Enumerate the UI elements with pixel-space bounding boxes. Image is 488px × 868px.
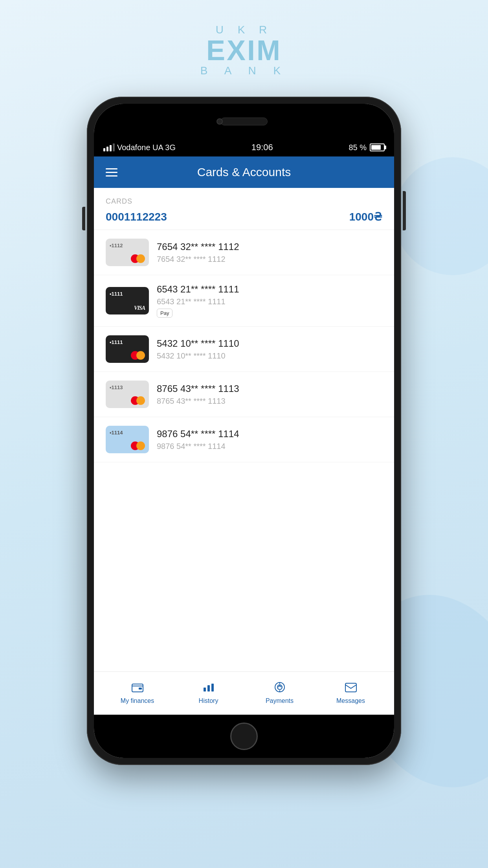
card-chip-3: •1111: [110, 339, 145, 345]
carrier-label: Vodafone UA 3G: [117, 143, 176, 152]
card-item-4[interactable]: •1113 8765 43** **** 1113 8765 43** ****…: [94, 372, 394, 417]
card-chip-1: •1112: [110, 243, 145, 248]
svg-rect-1: [139, 688, 142, 690]
card-info-1: 7654 32** **** 1112 7654 32** **** 1112: [157, 241, 382, 264]
bank-logo: U K R EXIM B A N K: [200, 24, 288, 77]
card-info-2: 6543 21** **** 1111 6543 21** **** 1111 …: [157, 284, 382, 318]
logo-exim: EXIM: [206, 36, 282, 64]
card-item-5[interactable]: •1114 9876 54** **** 1114 9876 54** ****…: [94, 417, 394, 462]
card-number-sub-3: 5432 10** **** 1110: [157, 351, 382, 360]
card-item-2[interactable]: •1111 VISA 6543 21** **** 1111 6543 21**…: [94, 275, 394, 327]
card-chip-5: •1114: [110, 430, 145, 436]
svg-rect-9: [345, 683, 356, 692]
app-header: Cards & Accounts: [94, 156, 394, 188]
card-number-main-3: 5432 10** **** 1110: [157, 338, 382, 349]
mastercard-logo-5: [131, 441, 145, 450]
transfer-icon: [273, 682, 286, 695]
bar-chart-icon: [203, 682, 215, 695]
status-right: 85 %: [349, 143, 385, 152]
nav-label-messages: Messages: [336, 697, 365, 704]
card-chip-2: •1111: [110, 291, 145, 297]
card-chip-4: •1113: [110, 384, 145, 390]
nav-item-messages[interactable]: Messages: [315, 682, 386, 704]
apple-pay-badge-2: Pay: [157, 309, 172, 318]
status-bar: Vodafone UA 3G 19:06 85 %: [94, 139, 394, 156]
camera-icon: [216, 118, 223, 125]
card-visual-5: •1114: [106, 426, 149, 453]
phone-frame: Vodafone UA 3G 19:06 85 %: [87, 97, 401, 765]
card-visual-4: •1113: [106, 381, 149, 408]
mastercard-logo-4: [131, 396, 145, 405]
page-title: Cards & Accounts: [197, 166, 291, 179]
card-info-5: 9876 54** **** 1114 9876 54** **** 1114: [157, 428, 382, 451]
nav-item-payments[interactable]: Payments: [244, 682, 315, 704]
card-item-3[interactable]: •1111 5432 10** **** 1110 5432 10** ****…: [94, 327, 394, 372]
card-number-main-4: 8765 43** **** 1113: [157, 383, 382, 394]
card-info-3: 5432 10** **** 1110 5432 10** **** 1110: [157, 338, 382, 360]
account-row[interactable]: 0001112223 1000₴: [94, 210, 394, 230]
phone-bottom-bar: [94, 715, 394, 758]
battery-icon: [370, 143, 385, 151]
card-number-sub-4: 8765 43** **** 1113: [157, 397, 382, 406]
card-number-main-5: 9876 54** **** 1114: [157, 428, 382, 440]
home-button[interactable]: [230, 723, 258, 750]
card-visual-3: •1111: [106, 335, 149, 363]
bottom-nav: My finances History: [94, 671, 394, 715]
nav-label-history: History: [199, 697, 218, 704]
nav-item-history[interactable]: History: [173, 682, 244, 704]
nav-label-my-finances: My finances: [121, 697, 154, 704]
card-number-main-1: 7654 32** **** 1112: [157, 241, 382, 252]
svg-rect-2: [204, 688, 206, 691]
wallet-icon: [132, 682, 143, 695]
card-info-4: 8765 43** **** 1113 8765 43** **** 1113: [157, 383, 382, 406]
card-number-sub-2: 6543 21** **** 1111: [157, 297, 382, 306]
cards-section-label: CARDS: [94, 188, 394, 210]
card-item-1[interactable]: •1112 7654 32** **** 1112 7654 32** ****…: [94, 230, 394, 275]
phone-screen: Vodafone UA 3G 19:06 85 %: [94, 104, 394, 758]
battery-percent: 85 %: [349, 143, 367, 152]
svg-rect-3: [207, 685, 210, 691]
svg-rect-4: [211, 684, 214, 691]
card-visual-1: •1112: [106, 239, 149, 266]
envelope-icon: [345, 682, 357, 695]
speaker: [220, 118, 268, 125]
account-number: 0001112223: [106, 211, 167, 223]
card-number-main-2: 6543 21** **** 1111: [157, 284, 382, 295]
mastercard-logo-3: [131, 351, 145, 360]
nav-item-my-finances[interactable]: My finances: [102, 682, 173, 704]
card-number-sub-5: 9876 54** **** 1114: [157, 442, 382, 451]
visa-logo-2: VISA: [134, 305, 145, 311]
time-label: 19:06: [251, 142, 273, 153]
main-content: CARDS 0001112223 1000₴ •1112: [94, 188, 394, 671]
logo-bank: B A N K: [200, 64, 288, 77]
account-balance: 1000₴: [349, 210, 382, 223]
nav-label-payments: Payments: [266, 697, 294, 704]
card-number-sub-1: 7654 32** **** 1112: [157, 255, 382, 264]
status-left: Vodafone UA 3G: [103, 143, 176, 152]
card-visual-2: •1111 VISA: [106, 287, 149, 314]
signal-strength: [103, 143, 115, 151]
mastercard-logo-1: [131, 254, 145, 263]
app-content: Cards & Accounts CARDS 0001112223 1000₴ …: [94, 156, 394, 715]
phone-notch: [94, 104, 394, 139]
bg-decoration-2: [394, 157, 488, 275]
menu-button[interactable]: [106, 168, 117, 177]
